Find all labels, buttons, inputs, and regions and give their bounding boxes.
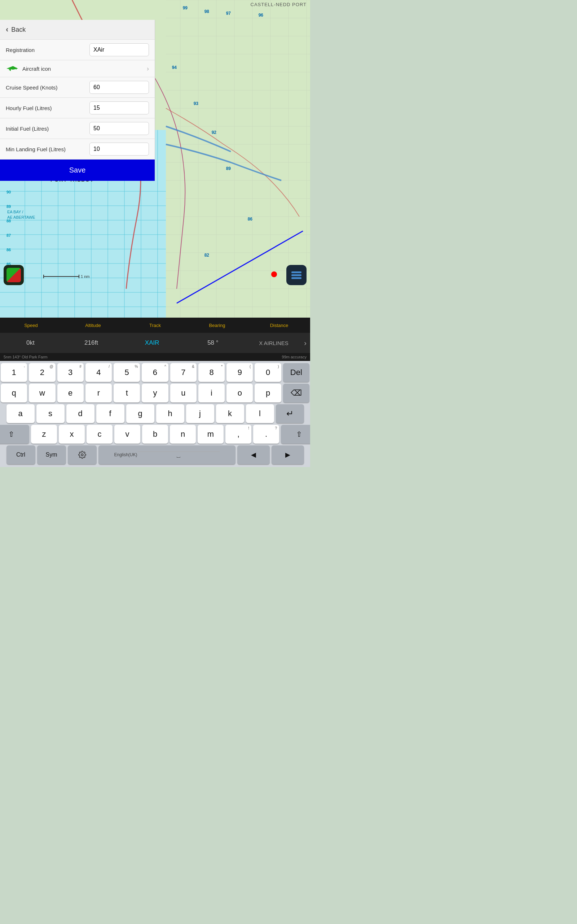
grid-num-86: 86 <box>6 247 11 252</box>
nav-speed: Speed <box>0 323 62 328</box>
key-a[interactable]: a <box>6 404 35 423</box>
key-0[interactable]: 0) <box>255 363 281 382</box>
key-m[interactable]: m <box>198 425 224 444</box>
key-sym[interactable]: Sym <box>37 446 66 464</box>
key-v[interactable]: v <box>114 425 140 444</box>
key-k[interactable]: k <box>216 404 244 423</box>
flight-altitude-value: 216ft <box>61 339 122 347</box>
cruise-speed-input[interactable] <box>89 81 149 94</box>
key-s[interactable]: s <box>36 404 64 423</box>
aircraft-icon-label: Aircraft icon <box>23 66 147 72</box>
key-t[interactable]: t <box>114 384 140 402</box>
initial-fuel-row: Initial Fuel (Litres) <box>0 118 155 139</box>
flight-speed-item: 0kt <box>0 339 61 347</box>
nav-altitude: Altitude <box>62 323 124 328</box>
flight-airline-item: X AIRLINES <box>243 340 305 346</box>
key-r[interactable]: r <box>85 384 112 402</box>
back-button[interactable]: ‹ Back <box>0 20 155 40</box>
initial-fuel-label: Initial Fuel (Litres) <box>6 126 89 132</box>
nav-bearing: Bearing <box>186 323 248 328</box>
key-j[interactable]: j <box>186 404 214 423</box>
registration-input[interactable] <box>89 43 149 56</box>
key-w[interactable]: w <box>29 384 55 402</box>
key-6[interactable]: 6^ <box>142 363 168 382</box>
key-x[interactable]: x <box>59 425 85 444</box>
key-comma[interactable]: ,! <box>226 425 251 444</box>
key-period[interactable]: .? <box>253 425 279 444</box>
map-label-castell: CASTELL-NEDD PORT <box>251 2 306 7</box>
min-landing-fuel-row: Min Landing Fuel (Litres) <box>0 139 155 160</box>
key-p[interactable]: p <box>255 384 281 402</box>
key-e[interactable]: e <box>57 384 84 402</box>
hourly-fuel-input[interactable] <box>89 102 149 115</box>
key-l[interactable]: l <box>246 404 274 423</box>
key-shift-left[interactable]: ⇧ <box>0 425 29 444</box>
map-widget-icon <box>6 268 21 282</box>
grid-num-87: 87 <box>6 233 11 237</box>
key-y[interactable]: y <box>142 384 168 402</box>
svg-point-46 <box>81 454 83 456</box>
key-backspace[interactable]: ⌫ <box>283 384 309 402</box>
key-enter[interactable]: ↵ <box>276 404 304 423</box>
map-num-94: 94 <box>172 65 177 70</box>
registration-row: Registration <box>0 40 155 60</box>
map-widget-left[interactable] <box>3 265 24 285</box>
key-arrow-right[interactable]: ▶ <box>272 446 304 464</box>
key-5[interactable]: 5% <box>114 363 140 382</box>
layers-icon <box>292 271 301 279</box>
key-z[interactable]: z <box>31 425 57 444</box>
key-7[interactable]: 7& <box>170 363 197 382</box>
key-n[interactable]: n <box>170 425 196 444</box>
save-button[interactable]: Save <box>0 160 155 181</box>
key-i[interactable]: i <box>198 384 225 402</box>
key-q[interactable]: q <box>1 384 27 402</box>
key-2[interactable]: 2@ <box>29 363 55 382</box>
map-num-96: 96 <box>259 13 263 18</box>
flight-info-arrow[interactable]: › <box>304 339 310 347</box>
key-o[interactable]: o <box>226 384 253 402</box>
initial-fuel-input[interactable] <box>89 122 149 135</box>
key-3[interactable]: 3# <box>57 363 84 382</box>
min-landing-fuel-label: Min Landing Fuel (Litres) <box>6 146 89 152</box>
key-8[interactable]: 8* <box>198 363 225 382</box>
key-shift-right[interactable]: ⇧ <box>281 425 310 444</box>
key-space[interactable]: English(UK) ⎵ <box>98 446 235 464</box>
map-num-97: 97 <box>226 11 231 16</box>
svg-line-44 <box>177 231 303 303</box>
key-9[interactable]: 9( <box>226 363 253 382</box>
map-num-93: 93 <box>193 101 198 106</box>
key-4[interactable]: 4/ <box>85 363 112 382</box>
svg-point-45 <box>271 271 277 277</box>
hourly-fuel-label: Hourly Fuel (Litres) <box>6 105 89 111</box>
key-f[interactable]: f <box>96 404 124 423</box>
map-widget-right[interactable] <box>286 265 306 285</box>
key-settings[interactable] <box>68 446 97 464</box>
key-del[interactable]: Del <box>283 363 309 382</box>
keyboard-row-qwerty: q w e r t y u i o p ⌫ <box>1 384 309 402</box>
hourly-fuel-row: Hourly Fuel (Litres) <box>0 98 155 118</box>
keyboard-row-zxcv: ⇧ z x c v b n m ,! .? ⇧ <box>1 425 309 444</box>
key-h[interactable]: h <box>156 404 184 423</box>
nav-track: Track <box>124 323 186 328</box>
nav-bar: Speed Altitude Track Bearing Distance <box>0 318 310 333</box>
key-arrow-left[interactable]: ◀ <box>237 446 270 464</box>
key-d[interactable]: d <box>66 404 95 423</box>
key-ctrl[interactable]: Ctrl <box>6 446 35 464</box>
flight-altitude-item: 216ft <box>61 339 122 347</box>
keyboard-row-bottom: Ctrl Sym English(UK) ⎵ ◀ ▶ <box>1 446 309 464</box>
aircraft-plane-icon <box>6 65 19 73</box>
map-label-bay: EA BAY / AE ABERTAWE <box>7 209 35 221</box>
key-b[interactable]: b <box>142 425 168 444</box>
back-label: Back <box>11 26 26 34</box>
key-u[interactable]: u <box>170 384 197 402</box>
key-g[interactable]: g <box>126 404 154 423</box>
flight-speed-value: 0kt <box>0 339 61 347</box>
flight-sub-bar: 5nm 143° Old Park Farm 99m accuracy <box>0 353 310 361</box>
min-landing-fuel-input[interactable] <box>89 142 149 155</box>
flight-bearing-item: 58 ° <box>182 339 243 347</box>
aircraft-icon-row[interactable]: Aircraft icon › <box>0 60 155 77</box>
flight-bearing-value: 58 ° <box>182 339 243 347</box>
key-c[interactable]: c <box>87 425 113 444</box>
nav-distance: Distance <box>248 323 310 328</box>
key-1[interactable]: 1- <box>1 363 27 382</box>
